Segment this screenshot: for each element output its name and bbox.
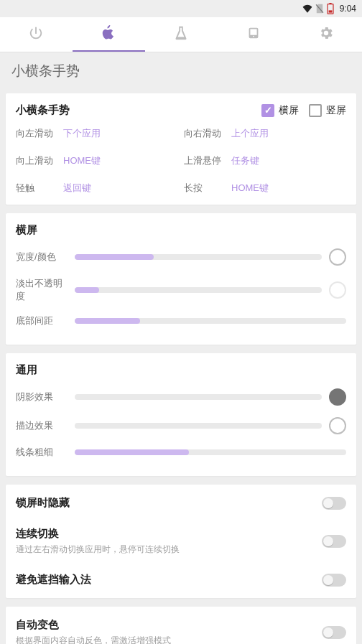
slider-fill: [75, 449, 189, 455]
slider-track[interactable]: [75, 287, 322, 293]
gesture-swipe-left[interactable]: 向左滑动 下个应用: [16, 127, 178, 140]
toggle-avoid-ime[interactable]: 避免遮挡输入法: [16, 564, 346, 595]
tab-apple[interactable]: [73, 17, 145, 52]
gear-icon: [318, 25, 334, 44]
page-title: 小横条手势: [0, 52, 362, 88]
general-title: 通用: [16, 363, 346, 377]
power-icon: [28, 25, 44, 44]
color-knob[interactable]: [329, 248, 346, 266]
landscape-title: 横屏: [16, 223, 346, 237]
orientation-checks: 横屏 竖屏: [261, 104, 346, 117]
slider-fill: [75, 254, 154, 260]
check-portrait[interactable]: 竖屏: [309, 104, 346, 117]
color-knob[interactable]: [329, 417, 346, 434]
slider-track[interactable]: [75, 449, 346, 455]
switch-icon: [322, 626, 346, 639]
toggle-auto-color[interactable]: 自动变色 根据界面内容自动反色，需激活增强模式: [16, 610, 346, 644]
slider-fade-opacity: 淡出不透明度: [16, 277, 346, 303]
slider-width-color: 宽度/颜色: [16, 248, 346, 266]
flask-icon: [173, 25, 189, 44]
gesture-grid: 向左滑动 下个应用 向右滑动 上个应用 向上滑动 HOME键 上滑悬停 任务键 …: [16, 127, 346, 195]
tab-flask[interactable]: [145, 17, 218, 52]
switch-icon: [322, 574, 346, 587]
switch-icon: [322, 497, 346, 510]
checkbox-checked-icon: [261, 104, 274, 117]
tab-bar: [0, 17, 362, 52]
check-portrait-label: 竖屏: [326, 104, 346, 117]
gesture-swipe-up[interactable]: 向上滑动 HOME键: [16, 154, 178, 167]
toggles-card-2: 自动变色 根据界面内容自动反色，需激活增强模式 随电量调整颜色: [6, 607, 356, 644]
checkbox-icon: [309, 104, 322, 117]
tab-power[interactable]: [0, 17, 73, 52]
status-bar: 9:04: [0, 0, 362, 17]
toggle-continuous-switch[interactable]: 连续切换 通过左右滑动切换应用时，悬停可连续切换: [16, 518, 346, 564]
device-icon: [246, 25, 261, 44]
apple-icon: [101, 25, 116, 44]
slider-fill: [75, 287, 99, 293]
clock-text: 9:04: [340, 4, 356, 14]
gestures-card: 小横条手势 横屏 竖屏 向左滑动 下个应用 向右滑动 上个应用 向上滑动 HOM…: [6, 93, 356, 205]
gesture-swipe-right[interactable]: 向右滑动 上个应用: [184, 127, 346, 140]
slider-fill: [75, 318, 140, 324]
gesture-tap[interactable]: 轻触 返回键: [16, 182, 178, 195]
toggle-hide-on-lock[interactable]: 锁屏时隐藏: [16, 487, 346, 518]
check-landscape-label: 横屏: [279, 104, 299, 117]
sim-off-icon: [315, 4, 324, 14]
slider-track[interactable]: [75, 423, 322, 429]
gesture-long-press[interactable]: 长按 HOME键: [184, 182, 346, 195]
slider-track[interactable]: [75, 394, 322, 400]
tab-device[interactable]: [217, 17, 289, 52]
gesture-swipe-up-hold[interactable]: 上滑悬停 任务键: [184, 154, 346, 167]
color-knob[interactable]: [329, 388, 346, 406]
check-landscape[interactable]: 横屏: [261, 104, 299, 117]
slider-track[interactable]: [75, 254, 322, 260]
battery-icon: [327, 3, 334, 14]
slider-track[interactable]: [75, 318, 346, 324]
svg-rect-1: [329, 3, 331, 4]
switch-icon: [322, 535, 346, 548]
gestures-title: 小横条手势: [16, 103, 70, 117]
slider-shadow: 阴影效果: [16, 388, 346, 406]
general-card: 通用 阴影效果 描边效果 线条粗细: [6, 353, 356, 476]
slider-thickness: 线条粗细: [16, 446, 346, 459]
landscape-card: 横屏 宽度/颜色 淡出不透明度 底部间距: [6, 213, 356, 345]
svg-rect-2: [328, 10, 332, 12]
color-knob[interactable]: [329, 281, 346, 299]
slider-bottom-margin: 底部间距: [16, 314, 346, 327]
wifi-icon: [302, 4, 312, 13]
slider-stroke: 描边效果: [16, 417, 346, 434]
toggles-card-1: 锁屏时隐藏 连续切换 通过左右滑动切换应用时，悬停可连续切换 避免遮挡输入法: [6, 485, 356, 598]
tab-settings[interactable]: [289, 17, 362, 52]
